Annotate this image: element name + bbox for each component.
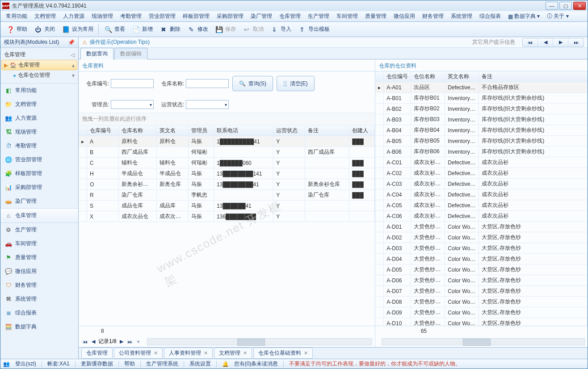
menu-考勤管理[interactable]: 考勤管理 [118,12,144,21]
table-row[interactable]: A-C02成衣次衫C…Defective …成衣次品衫 [375,168,587,179]
tree-node-warehouse[interactable]: ▶ 🏠 仓库管理 ▴ [1,60,77,70]
table-row[interactable]: S成品仓库成品库马振13██████41Y [79,201,375,211]
nav-next[interactable]: ▶ [553,38,568,46]
col-header[interactable]: 备注 [479,71,588,82]
sidebar-item-现场管理[interactable]: 🏗现场管理 [0,125,78,139]
menu-采购部管理[interactable]: 采购部管理 [214,12,246,21]
pin-icon[interactable]: 📌 [68,39,75,46]
minimize-button[interactable]: — [546,2,558,10]
table-row[interactable]: A-D04大货色纱D…Color Wool…大货区,存放色纱 [375,254,587,264]
table-row[interactable]: A-D08大货色纱D…Color Wool…大货区,存放色纱 [375,297,587,307]
col-header[interactable]: 仓库编号 [87,126,119,136]
query-button[interactable]: 🔍查询(S) [232,76,273,91]
input-name[interactable] [186,79,229,88]
sidebar-item-数据字典[interactable]: 🧮数据字典 [0,320,78,334]
delete-button[interactable]: ✖删除 [156,24,183,35]
status-sys[interactable]: 生产管理系统 [146,360,178,368]
col-header[interactable]: 英文名 [157,126,189,136]
table-row[interactable]: C辅料仓辅料仓何瑞彬1██████060Y███ [79,158,375,168]
col-header[interactable]: 备注 [305,126,349,136]
pg-prev[interactable]: ◀ [90,338,97,345]
maximize-button[interactable]: ▢ [559,2,572,10]
combo-admin[interactable] [111,100,154,109]
table-row[interactable]: A-B03库存纱B03Inventory …库存纱线(织大货剩余纱线) [375,114,587,125]
tab-query[interactable]: 数据查询 [80,48,113,59]
table-row[interactable]: A-D09大货色纱D…Color Wool…大货区,存放色纱 [375,307,587,318]
menu-人力资源[interactable]: 人力资源 [60,12,87,21]
combo-status[interactable] [186,100,229,109]
h-scrollbar[interactable] [147,338,373,345]
menu-文档管理[interactable]: 文档管理 [32,12,59,21]
table-row[interactable]: A-D06大货色纱D…Color Wool…大货区,存放色纱 [375,275,587,286]
table-row[interactable]: A-C04成衣次衫C…Defective …成衣次品衫 [375,189,587,200]
col-header[interactable]: 管理员 [189,126,214,136]
table-row[interactable]: H半成品仓半成品仓马振13████████141Y███ [79,168,375,179]
sidebar-item-车间管理[interactable]: 🚗车间管理 [0,237,78,251]
close-tab-icon[interactable]: ✕ [204,350,208,356]
bin-grid[interactable]: 仓位编号仓位名称英文名称备注▸A-A01次品区Defective …不合格品存放… [375,71,588,326]
pin-button[interactable]: 📘设为常用 [59,24,96,35]
menu-样板部管理[interactable]: 样板部管理 [180,12,212,21]
menu-生产管理[interactable]: 生产管理 [305,12,332,21]
table-row[interactable]: ▸A原料仓原料仓马振1█████████41Y███ [79,136,375,147]
menu-dict[interactable]: ▦ 数据字典 ▾ [505,12,542,21]
sidebar-item-财务管理[interactable]: 🛡财务管理 [0,278,78,292]
status-help[interactable]: 帮助 [124,360,135,368]
sidebar-item-系统管理[interactable]: 🛠系统管理 [0,292,78,306]
table-row[interactable]: R染厂仓库李帆忠Y染厂仓库███ [79,190,375,201]
table-row[interactable]: A-B01库存纱B01Inventory …库存纱线(织大货剩余纱线) [375,93,587,104]
col-header[interactable]: 创建人 [349,126,375,136]
menu-综合报表[interactable]: 综合报表 [477,12,504,21]
table-row[interactable]: ▸A-A01次品区Defective …不合格品存放区 [375,82,587,93]
collapse-icon[interactable]: ◁ [71,52,75,58]
sidebar-item-采购部管理[interactable]: 📊采购部管理 [0,180,78,194]
pg-add[interactable]: ＋ [135,338,142,345]
sidebar-item-营业部管理[interactable]: 🌐营业部管理 [0,153,78,167]
table-row[interactable]: A-C05成衣次衫C…Defective …成衣次品衫 [375,200,587,211]
col-header[interactable]: 仓位编号 [384,71,411,82]
close-button[interactable]: ⏻关闭 [31,24,58,35]
sidebar-item-样板部管理[interactable]: 🧩样板部管理 [0,167,78,180]
menu-仓库管理[interactable]: 仓库管理 [277,12,303,21]
doc-tab-公司资料管理[interactable]: 公司资料管理✕ [114,348,163,359]
nav-prev[interactable]: ◀ [538,38,553,46]
col-header[interactable]: 仓位名称 [411,71,445,82]
table-row[interactable]: B西厂成品库何瑞彬Y西厂成品库 [79,147,375,158]
doc-tab-人事资料管理[interactable]: 人事资料管理✕ [164,348,213,359]
add-button[interactable]: 📄新增 [129,24,155,35]
table-row[interactable]: A-C01成衣次衫C…Defective …成衣次品衫 [375,157,587,168]
close-tab-icon[interactable]: ✕ [243,350,247,356]
close-tab-icon[interactable]: ✕ [154,350,158,356]
menu-常用功能[interactable]: 常用功能 [3,12,30,21]
pg-last[interactable]: ⏭ [126,338,134,345]
sidebar-item-考勤管理[interactable]: ⏱考勤管理 [0,139,78,153]
col-header[interactable]: 运营状态 [273,126,305,136]
status-login[interactable]: 登出(szl) [15,360,36,368]
table-row[interactable]: A-D05大货色纱D…Color Wool…大货区,存放色纱 [375,264,587,275]
col-header[interactable]: 英文名称 [445,71,479,82]
sidebar-item-微信应用[interactable]: 💬微信应用 [0,264,78,278]
sidebar-item-质量管理[interactable]: ⚑质量管理 [0,251,78,264]
menu-微信应用[interactable]: 微信应用 [391,12,418,21]
sidebar-item-人力资源[interactable]: 👥人力资源 [0,111,78,125]
table-row[interactable]: A-C03成衣次衫C…Defective …成衣次品衫 [375,179,587,189]
menu-现场管理[interactable]: 现场管理 [89,12,116,21]
menu-财务管理[interactable]: 财务管理 [420,12,446,21]
col-header[interactable]: 联系电话 [214,126,273,136]
sidebar-item-染厂管理[interactable]: 🥧染厂管理 [0,194,78,208]
doc-tab-文档管理[interactable]: 文档管理✕ [214,348,252,359]
import-button[interactable]: ⇓导入 [267,24,294,35]
close-window-button[interactable]: ✕ [573,2,586,10]
pg-next[interactable]: ▶ [118,338,125,345]
warehouse-grid[interactable]: www.cscode.net 开发框架 仓库编号仓库名称英文名管理员联系电话运营… [79,126,375,326]
help-button[interactable]: ❓帮助 [3,24,30,35]
menu-质量管理[interactable]: 质量管理 [362,12,389,21]
menu-营业部管理[interactable]: 营业部管理 [146,12,178,21]
sidebar-item-文档管理[interactable]: 📁文档管理 [0,97,78,111]
tree-node-bin-mgmt[interactable]: ● 仓库仓位管理 ▾ [1,70,77,80]
table-row[interactable]: A-B06库存纱B06Inventory …库存纱线(织大货剩余纱线) [375,147,587,157]
menu-about[interactable]: ⓘ 关于 ▾ [544,12,571,21]
nav-last[interactable]: ⏭ [568,38,584,46]
menu-系统管理[interactable]: 系统管理 [448,12,475,21]
nav-first[interactable]: ⏮ [523,38,538,46]
